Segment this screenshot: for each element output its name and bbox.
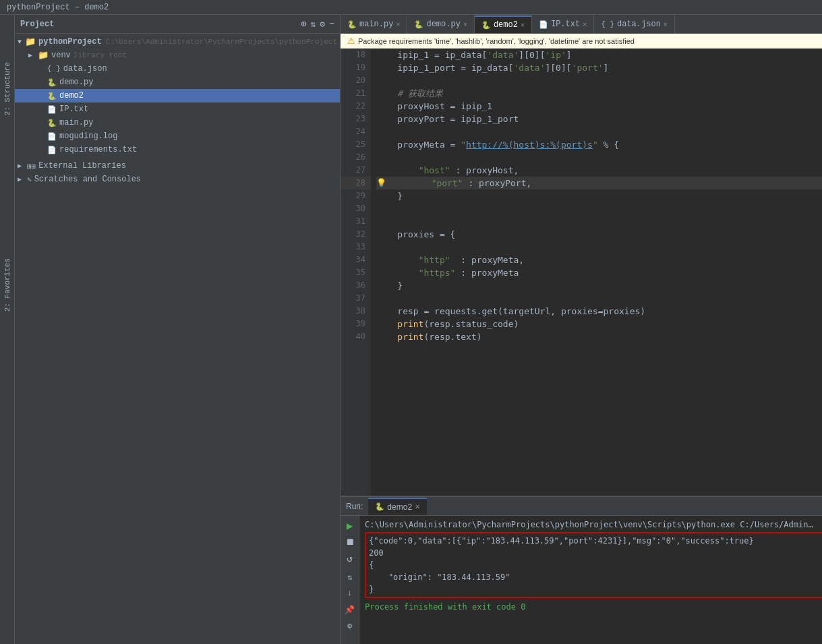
run-tab-demo2[interactable]: 🐍 demo2 ✕ bbox=[368, 498, 427, 515]
run-cmd-line: C:\Users\Administrator\PycharmProjects\p… bbox=[365, 519, 817, 531]
run-sort-btn[interactable]: ⇅ bbox=[343, 570, 357, 585]
line-num-27: 27 bbox=[341, 164, 371, 177]
tree-item-ip-txt[interactable]: 📄 IP.txt bbox=[15, 103, 340, 116]
demo-py-tab-icon: 🐍 bbox=[414, 20, 423, 29]
code-line-22: proxyHost = ipip_1 bbox=[376, 100, 822, 113]
bulb-icon[interactable]: 💡 bbox=[376, 177, 386, 189]
folder-icon: 📁 bbox=[38, 50, 49, 61]
moguding-log-label: moguding.log bbox=[59, 131, 117, 141]
title-bar: pythonProject – demo2 bbox=[0, 0, 822, 15]
run-rerun-btn[interactable]: ↺ bbox=[343, 551, 357, 566]
code-line-19: ipip_1_port = ip_data['data'][0]['port'] bbox=[376, 61, 822, 74]
settings-icon[interactable]: ⚙ bbox=[320, 19, 325, 30]
tab-demo2[interactable]: 🐍 demo2 ✕ bbox=[475, 16, 532, 33]
tree-item-venv[interactable]: ▶ 📁 venv library root bbox=[15, 49, 340, 62]
chevron-right-ext-icon: ▶ bbox=[18, 162, 27, 170]
structure-strip-btn[interactable]: 2: Structure bbox=[2, 58, 13, 119]
run-cmd-text: C:\Users\Administrator\PycharmProjects\p… bbox=[365, 520, 817, 529]
run-tab-label: demo2 bbox=[387, 502, 412, 512]
tree-item-requirements[interactable]: 📄 requirements.txt bbox=[15, 143, 340, 156]
app-title: pythonProject – demo2 bbox=[7, 3, 109, 12]
main-py-tab-close[interactable]: ✕ bbox=[396, 20, 400, 28]
finish-text: Process finished with exit code 0 bbox=[365, 602, 525, 612]
favorites-strip-btn[interactable]: 2: Favorites bbox=[2, 254, 13, 316]
code-line-31 bbox=[376, 215, 822, 228]
data-json-tab-label: data.json bbox=[617, 20, 661, 29]
sidebar: Project ⊕ ⇅ ⚙ − ▼ 📁 pythonProject C:\Use… bbox=[15, 15, 341, 644]
line-num-28: 28 bbox=[341, 177, 371, 189]
code-content[interactable]: ipip_1 = ip_data['data'][0]['ip'] ipip_1… bbox=[371, 49, 822, 496]
tree-item-root[interactable]: ▼ 📁 pythonProject C:\Users\Administrator… bbox=[15, 35, 340, 49]
run-scroll-btn[interactable]: ↓ bbox=[343, 586, 357, 601]
external-libraries-label: External Libraries bbox=[38, 161, 126, 171]
line-num-39: 39 bbox=[341, 318, 371, 330]
run-play-btn[interactable]: ▶ bbox=[343, 519, 357, 533]
line-num-25: 25 bbox=[341, 138, 371, 151]
file-tree: ▼ 📁 pythonProject C:\Users\Administrator… bbox=[15, 34, 340, 644]
tree-item-external-libraries[interactable]: ▶ ⊞⊞ External Libraries bbox=[15, 159, 340, 173]
venv-label: venv bbox=[51, 51, 71, 60]
line-num-20: 20 bbox=[341, 74, 371, 87]
code-line-37 bbox=[376, 292, 822, 305]
tab-demo-py[interactable]: 🐍 demo.py ✕ bbox=[407, 16, 474, 33]
txt-file-icon: 📄 bbox=[47, 105, 57, 114]
line-num-33: 33 bbox=[341, 241, 371, 254]
code-line-30 bbox=[376, 202, 822, 215]
minimize-icon[interactable]: − bbox=[329, 19, 334, 29]
data-json-tab-close[interactable]: ✕ bbox=[664, 20, 668, 28]
add-icon[interactable]: ⊕ bbox=[301, 18, 306, 30]
line-num-30: 30 bbox=[341, 202, 371, 215]
run-tab-close[interactable]: ✕ bbox=[415, 503, 420, 510]
sidebar-header: Project ⊕ ⇅ ⚙ − bbox=[15, 15, 340, 34]
code-line-40: print(resp.text) bbox=[376, 330, 822, 343]
line-num-18: 18 bbox=[341, 49, 371, 61]
demo2-tab-icon: 🐍 bbox=[481, 21, 491, 30]
line-num-36: 36 bbox=[341, 279, 371, 292]
req-file-icon: 📄 bbox=[47, 146, 57, 154]
sidebar-header-title: Project bbox=[20, 20, 54, 29]
tab-bar: 🐍 main.py ✕ 🐍 demo.py ✕ 🐍 demo2 ✕ bbox=[341, 15, 822, 34]
scratch-icon: ✎ bbox=[27, 175, 32, 184]
line-num-21: 21 bbox=[341, 87, 371, 100]
ip-txt-tab-icon: 📄 bbox=[539, 20, 548, 29]
project-root-path: C:\Users\Administrator\PycharmProjects\p… bbox=[106, 38, 337, 46]
run-output-box: {"code":0,"data":[{"ip":"183.44.113.59",… bbox=[365, 532, 822, 598]
requirements-label: requirements.txt bbox=[59, 145, 137, 154]
ip-txt-tab-close[interactable]: ✕ bbox=[583, 20, 587, 28]
py-file-icon: 🐍 bbox=[47, 78, 57, 87]
tree-item-main-py[interactable]: 🐍 main.py bbox=[15, 116, 340, 129]
main-py-tab-label: main.py bbox=[359, 20, 393, 29]
demo2-tab-label: demo2 bbox=[494, 20, 518, 30]
sync-icon[interactable]: ⇅ bbox=[311, 19, 316, 30]
tree-item-demo2[interactable]: 🐍 demo2 bbox=[15, 89, 340, 103]
tree-item-scratches[interactable]: ▶ ✎ Scratches and Consoles bbox=[15, 173, 340, 186]
run-pin-btn[interactable]: 📌 bbox=[343, 602, 357, 617]
tab-main-py[interactable]: 🐍 main.py ✕ bbox=[341, 16, 407, 33]
code-line-29: } bbox=[376, 189, 822, 202]
demo-py-tab-close[interactable]: ✕ bbox=[463, 20, 467, 28]
tree-item-data-json[interactable]: { } data.json bbox=[15, 62, 340, 76]
demo2-label: demo2 bbox=[59, 91, 84, 100]
tree-item-moguding-log[interactable]: 📄 moguding.log bbox=[15, 129, 340, 143]
run-label: Run: bbox=[341, 502, 368, 511]
tab-data-json[interactable]: { } data.json ✕ bbox=[594, 16, 675, 33]
demo2-tab-close[interactable]: ✕ bbox=[521, 21, 525, 29]
warning-icon: ⚠ bbox=[347, 36, 355, 46]
ext-lib-icon: ⊞⊞ bbox=[27, 162, 36, 171]
run-gear-btn[interactable]: ⚙ bbox=[343, 618, 357, 633]
demo-py-label: demo.py bbox=[59, 78, 93, 87]
line-num-34: 34 bbox=[341, 254, 371, 266]
venv-suffix: library root bbox=[74, 51, 127, 59]
demo-py-tab-label: demo.py bbox=[426, 20, 460, 29]
scratches-label: Scratches and Consoles bbox=[34, 175, 141, 184]
run-stop-btn[interactable]: ⏹ bbox=[343, 535, 357, 550]
code-line-34: "http" : proxyMeta, bbox=[376, 254, 822, 266]
tree-item-demo-py[interactable]: 🐍 demo.py bbox=[15, 76, 340, 89]
code-line-35: "https" : proxyMeta bbox=[376, 266, 822, 279]
code-line-20 bbox=[376, 74, 822, 87]
main-py-icon: 🐍 bbox=[47, 119, 57, 127]
tab-ip-txt[interactable]: 📄 IP.txt ✕ bbox=[532, 16, 594, 33]
line-num-29: 29 bbox=[341, 189, 371, 202]
code-line-28: 💡 "port" : proxyPort, bbox=[376, 177, 822, 189]
run-sidebar-buttons: ▶ ⏹ ↺ ⇅ ↓ 📌 ⚙ bbox=[341, 516, 359, 644]
